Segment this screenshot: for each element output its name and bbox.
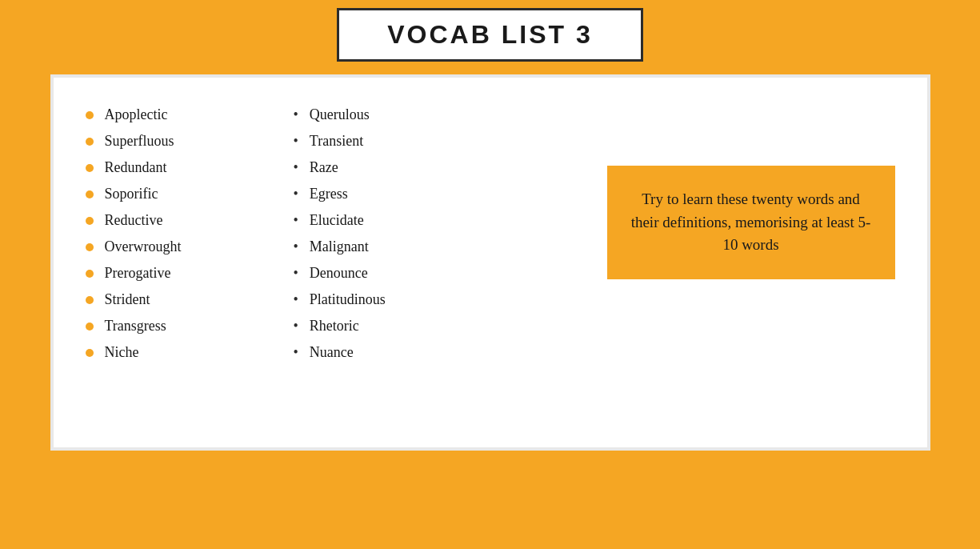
bullet-dot: • xyxy=(294,159,298,176)
bullet-dot: • xyxy=(294,291,298,308)
word-label: Malignant xyxy=(310,238,369,255)
bullet-icon xyxy=(86,349,94,357)
list-item: •Denounce xyxy=(294,260,502,287)
list-item: Niche xyxy=(86,339,294,366)
content-area: ApoplecticSuperfluousRedundantSoporificR… xyxy=(86,102,895,423)
page-title: VOCAB LIST 3 xyxy=(387,20,592,49)
list-item: Strident xyxy=(86,287,294,313)
word-label: Reductive xyxy=(105,212,163,229)
word-column-2: •Querulous•Transient•Raze•Egress•Elucida… xyxy=(294,102,502,423)
bullet-icon xyxy=(86,164,94,172)
list-item: Redundant xyxy=(86,154,294,181)
bullet-icon xyxy=(86,323,94,331)
bullet-dot: • xyxy=(294,265,298,282)
word-label: Apoplectic xyxy=(105,106,168,123)
list-item: •Nuance xyxy=(294,339,502,366)
bullet-icon xyxy=(86,190,94,198)
bullet-icon xyxy=(86,243,94,251)
info-box: Try to learn these twenty words and thei… xyxy=(607,166,895,279)
word-label: Niche xyxy=(105,344,139,361)
bullet-dot: • xyxy=(294,106,298,123)
bullet-dot: • xyxy=(294,238,298,255)
main-container: ApoplecticSuperfluousRedundantSoporificR… xyxy=(50,74,930,451)
word-label: Elucidate xyxy=(310,212,364,229)
word-label: Denounce xyxy=(310,265,368,282)
bullet-icon xyxy=(86,217,94,225)
list-item: Reductive xyxy=(86,207,294,234)
list-item: •Platitudinous xyxy=(294,287,502,313)
bullet-dot: • xyxy=(294,344,298,361)
bullet-icon xyxy=(86,296,94,304)
list-item: Apoplectic xyxy=(86,102,294,128)
bullet-dot: • xyxy=(294,186,298,202)
info-text: Try to learn these twenty words and thei… xyxy=(626,188,876,257)
list-item: •Querulous xyxy=(294,102,502,128)
list-item: Superfluous xyxy=(86,128,294,154)
bullet-dot: • xyxy=(294,133,298,150)
word-label: Raze xyxy=(310,159,338,176)
list-item: •Malignant xyxy=(294,234,502,260)
title-container: VOCAB LIST 3 xyxy=(337,8,642,62)
word-label: Soporific xyxy=(105,186,158,202)
word-label: Querulous xyxy=(310,106,370,123)
bullet-icon xyxy=(86,111,94,119)
bullet-icon xyxy=(86,138,94,146)
bullet-dot: • xyxy=(294,318,298,335)
list-item: •Egress xyxy=(294,181,502,207)
word-label: Nuance xyxy=(310,344,354,361)
word-label: Redundant xyxy=(105,159,167,176)
word-label: Transgress xyxy=(105,318,166,335)
word-label: Transient xyxy=(310,133,363,150)
list-item: •Elucidate xyxy=(294,207,502,234)
word-label: Rhetoric xyxy=(310,318,359,335)
list-item: •Transient xyxy=(294,128,502,154)
word-label: Superfluous xyxy=(105,133,174,150)
list-item: Transgress xyxy=(86,313,294,339)
word-label: Overwrought xyxy=(105,238,182,255)
list-item: Soporific xyxy=(86,181,294,207)
list-item: •Rhetoric xyxy=(294,313,502,339)
list-item: •Raze xyxy=(294,154,502,181)
bullet-icon xyxy=(86,270,94,278)
bullet-dot: • xyxy=(294,212,298,229)
word-label: Prerogative xyxy=(105,265,171,282)
word-label: Strident xyxy=(105,291,150,308)
list-item: Prerogative xyxy=(86,260,294,287)
word-column-1: ApoplecticSuperfluousRedundantSoporificR… xyxy=(86,102,294,423)
word-label: Egress xyxy=(310,186,348,202)
list-item: Overwrought xyxy=(86,234,294,260)
word-label: Platitudinous xyxy=(310,291,386,308)
